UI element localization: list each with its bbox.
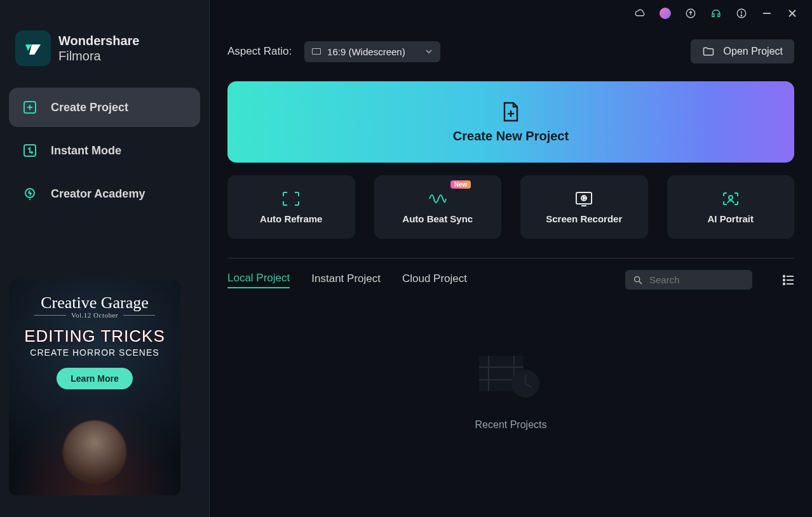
- search-input[interactable]: [649, 274, 745, 285]
- instant-mode-icon: [22, 142, 38, 159]
- feature-screen-recorder[interactable]: Screen Recorder: [520, 175, 648, 239]
- search-icon: [633, 275, 643, 285]
- feature-auto-beat-sync[interactable]: New Auto Beat Sync: [374, 175, 502, 239]
- sidebar-item-label: Creator Academy: [51, 187, 145, 201]
- feature-auto-reframe[interactable]: Auto Reframe: [227, 175, 355, 239]
- minimize-icon[interactable]: [761, 8, 773, 19]
- svg-point-27: [783, 275, 785, 276]
- headset-icon[interactable]: [710, 8, 722, 19]
- feature-label: Auto Beat Sync: [402, 213, 473, 224]
- svg-line-23: [639, 281, 642, 284]
- search-box[interactable]: [625, 270, 752, 290]
- feature-label: Auto Reframe: [260, 213, 322, 224]
- reframe-icon: [281, 191, 301, 207]
- info-icon[interactable]: [736, 8, 747, 19]
- promo-title: EDITING TRICKS: [24, 326, 165, 346]
- open-project-label: Open Project: [724, 46, 783, 57]
- brand-line1: Wondershare: [58, 33, 139, 48]
- titlebar: [210, 0, 812, 27]
- svg-point-22: [635, 276, 640, 281]
- tab-local-project[interactable]: Local Project: [227, 272, 290, 288]
- lightbulb-icon: [22, 185, 38, 202]
- divider: [227, 258, 794, 258]
- recent-projects-label: Recent Projects: [475, 419, 547, 431]
- content: Aspect Ratio: 16:9 (Widescreen) Open Pro…: [210, 27, 812, 517]
- promo-card[interactable]: Creative Garage Vol.12 October EDITING T…: [9, 279, 180, 495]
- promo-subtitle: CREATE HORROR SCENES: [30, 347, 159, 358]
- plus-square-icon: [22, 99, 38, 116]
- folder-icon: [702, 45, 715, 58]
- new-badge: New: [450, 180, 471, 189]
- close-icon[interactable]: [787, 8, 798, 19]
- aspect-ratio-value: 16:9 (Widescreen): [327, 46, 405, 57]
- svg-point-11: [741, 15, 742, 17]
- aspect-ratio-select[interactable]: 16:9 (Widescreen): [304, 41, 440, 62]
- promo-issue: Vol.12 October: [71, 311, 118, 319]
- sidebar-item-instant-mode[interactable]: Instant Mode: [9, 131, 200, 170]
- new-document-icon: [501, 101, 520, 121]
- list-view-icon[interactable]: [783, 274, 794, 286]
- sidebar-item-label: Instant Mode: [51, 144, 121, 158]
- brand-block: Wondershare Filmora: [9, 13, 200, 88]
- open-project-button[interactable]: Open Project: [691, 39, 794, 64]
- aspect-ratio-label: Aspect Ratio:: [227, 45, 292, 58]
- sidebar-item-label: Create Project: [51, 101, 128, 114]
- sidebar-item-create-project[interactable]: Create Project: [9, 88, 200, 127]
- svg-marker-19: [583, 197, 586, 199]
- brand-line2: Filmora: [58, 48, 139, 64]
- feature-row: Auto Reframe New Auto Beat Sync Screen R…: [227, 175, 794, 239]
- brand-text: Wondershare Filmora: [58, 33, 139, 64]
- svg-marker-1: [29, 44, 41, 55]
- promo-learn-more-button[interactable]: Learn More: [57, 368, 132, 389]
- create-new-project-button[interactable]: Create New Project: [227, 81, 794, 163]
- main-area: Aspect Ratio: 16:9 (Widescreen) Open Pro…: [210, 0, 812, 517]
- feature-label: Screen Recorder: [546, 213, 622, 224]
- ratio-icon: [312, 48, 321, 55]
- svg-point-29: [783, 283, 785, 284]
- avatar-icon[interactable]: [660, 8, 671, 19]
- svg-point-28: [783, 279, 785, 280]
- tab-instant-project[interactable]: Instant Project: [311, 272, 381, 288]
- waveform-icon: [428, 191, 447, 207]
- sidebar-item-creator-academy[interactable]: Creator Academy: [9, 174, 200, 213]
- chevron-down-icon: [425, 48, 433, 55]
- promo-script: Creative Garage: [41, 293, 149, 312]
- svg-point-21: [729, 196, 733, 199]
- create-new-label: Create New Project: [453, 129, 569, 144]
- portrait-icon: [721, 191, 740, 207]
- feature-ai-portrait[interactable]: AI Portrait: [667, 175, 795, 239]
- projects-row: Local Project Instant Project Cloud Proj…: [227, 270, 794, 290]
- feature-label: AI Portrait: [707, 213, 754, 224]
- recent-projects-icon: [476, 351, 546, 401]
- tab-cloud-project[interactable]: Cloud Project: [402, 272, 467, 288]
- screen-recorder-icon: [574, 191, 593, 207]
- upload-icon[interactable]: [685, 8, 696, 19]
- sidebar: Wondershare Filmora Create Project Insta…: [0, 0, 210, 517]
- recent-projects-empty: Recent Projects: [227, 290, 794, 517]
- svg-point-6: [31, 152, 32, 153]
- promo-figure: [63, 420, 126, 484]
- app-logo-icon: [15, 30, 51, 66]
- top-row: Aspect Ratio: 16:9 (Widescreen) Open Pro…: [227, 39, 794, 64]
- cloud-icon[interactable]: [634, 8, 646, 19]
